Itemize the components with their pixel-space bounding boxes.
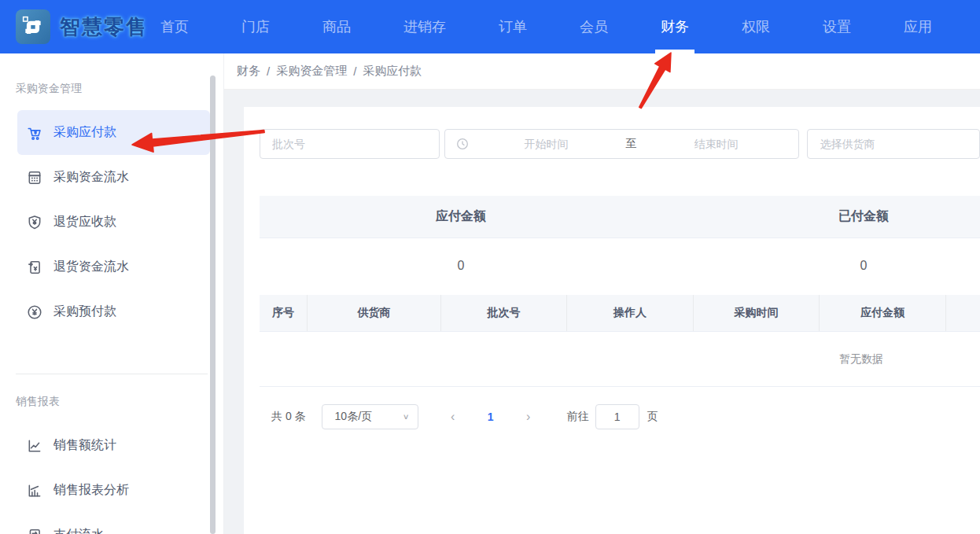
batch-no-field[interactable] [260,129,440,159]
goto-page-input[interactable] [596,405,639,429]
nav-item-order[interactable]: 订单 [499,0,527,53]
content-background: 至 应付金额 已付金额 0 0 [224,90,980,534]
breadcrumb-item-finance[interactable]: 财务 [237,64,260,79]
sidebar-item-label: 采购应付款 [53,124,116,141]
supplier-select-input[interactable] [820,130,967,158]
column-header-filler [946,295,980,331]
shield-yen-icon [27,215,42,230]
sidebar-item-label: 退货资金流水 [53,259,129,275]
sidebar-scrollbar[interactable] [210,75,216,534]
nav-item-store[interactable]: 门店 [241,0,270,53]
sidebar-section-sales-report: 销售报表 [16,395,223,409]
nav-item-settings[interactable]: 设置 [823,0,851,53]
bar-chart-icon [27,483,42,499]
column-header-index: 序号 [260,295,308,331]
doc-arrow-yen-icon [27,528,42,534]
top-nav: 智慧零售 首页 门店 商品 进销存 订单 会员 财务 权限 设置 应用 [0,0,980,53]
supplier-select[interactable] [807,129,980,159]
sidebar-item-payment-flow[interactable]: 支付流水 [0,513,223,534]
sidebar-item-label: 销售报表分析 [53,482,129,499]
table-empty-state: 暂无数据 [260,332,980,387]
goto-page-field[interactable] [595,404,639,429]
end-time-input[interactable] [642,130,791,158]
nav-menu: 首页 门店 商品 进销存 订单 会员 财务 权限 设置 应用 [160,0,932,53]
page-card: 至 应付金额 已付金额 0 0 [244,107,980,534]
nav-item-apps[interactable]: 应用 [904,0,932,53]
doc-yen-icon [27,260,42,275]
yen-circle-icon [27,304,42,320]
sidebar-item-purchase-prepaid[interactable]: 采购预付款 [0,289,223,334]
payables-table: 序号 供货商 批次号 操作人 采购时间 应付金额 暂无数据 [260,295,980,387]
logo-icon [16,9,50,44]
summary-table: 应付金额 已付金额 0 0 [260,196,980,293]
main-content: 财务 / 采购资金管理 / 采购应付款 至 [224,53,980,534]
column-header-purchase-time: 采购时间 [694,295,820,331]
clock-icon [456,138,469,150]
start-time-input[interactable] [472,130,621,158]
sidebar-item-purchase-funds-flow[interactable]: 采购资金流水 [0,155,223,200]
table-header-row: 序号 供货商 批次号 操作人 采购时间 应付金额 [260,295,980,332]
column-header-payable-amount: 应付金额 [820,295,946,331]
line-chart-icon [27,438,42,454]
nav-item-home[interactable]: 首页 [160,0,189,53]
next-page-button[interactable]: › [523,410,534,424]
column-header-supplier: 供货商 [308,295,441,331]
date-range-picker[interactable]: 至 [444,129,800,159]
goto-suffix: 页 [647,410,658,424]
pagination: 共 0 条 10条/页 ∨ ‹ 1 › 前往 页 [260,404,980,429]
column-header-operator: 操作人 [567,295,694,331]
summary-header-paid: 已付金额 [662,196,980,238]
breadcrumb-item-purchase-funds[interactable]: 采购资金管理 [276,64,347,79]
cart-yen-icon [27,125,42,141]
sidebar-section-purchase-funds: 采购资金管理 [16,82,223,96]
sidebar-item-sales-report-analysis[interactable]: 销售报表分析 [0,468,223,513]
app-title: 智慧零售 [60,13,148,41]
goto-label: 前往 [567,410,589,424]
sidebar-item-label: 采购资金流水 [53,169,129,186]
sidebar-item-return-receivable[interactable]: 退货应收款 [0,200,223,245]
summary-header-payable: 应付金额 [260,196,662,238]
page-size-value: 10条/页 [335,410,372,424]
nav-item-inventory[interactable]: 进销存 [403,0,446,53]
breadcrumb-item-purchase-payable[interactable]: 采购应付款 [363,64,422,79]
sidebar-item-label: 退货应收款 [53,214,116,230]
nav-item-product[interactable]: 商品 [322,0,351,53]
chevron-down-icon: ∨ [403,412,410,421]
nav-item-finance[interactable]: 财务 [661,0,689,53]
column-header-batch-no: 批次号 [441,295,567,331]
breadcrumb: 财务 / 采购资金管理 / 采购应付款 [224,53,980,90]
sidebar-item-return-funds-flow[interactable]: 退货资金流水 [0,245,223,289]
sidebar-item-sales-statistics[interactable]: 销售额统计 [0,423,223,468]
sidebar-item-label: 采购预付款 [53,304,116,320]
sidebar-item-label: 支付流水 [53,527,104,534]
summary-value-payable: 0 [260,238,662,293]
filter-row: 至 [260,129,980,159]
sidebar-item-purchase-payable[interactable]: 采购应付款 [17,110,210,155]
summary-value-paid: 0 [662,238,980,293]
page-number-1[interactable]: 1 [485,411,496,423]
breadcrumb-separator: / [353,64,356,78]
batch-no-input[interactable] [272,130,427,158]
pagination-total: 共 0 条 [271,410,306,424]
app-logo: 智慧零售 [0,9,160,44]
breadcrumb-separator: / [267,64,270,78]
sidebar: 采购资金管理 采购应付款 采购资金流水 [0,53,224,534]
sidebar-divider [16,374,208,374]
date-range-separator: 至 [621,137,642,151]
calculator-icon [27,170,42,186]
sidebar-item-label: 销售额统计 [53,437,116,454]
nav-item-member[interactable]: 会员 [580,0,608,53]
prev-page-button[interactable]: ‹ [448,410,459,424]
page-size-select[interactable]: 10条/页 ∨ [322,404,418,429]
nav-item-permission[interactable]: 权限 [742,0,770,53]
